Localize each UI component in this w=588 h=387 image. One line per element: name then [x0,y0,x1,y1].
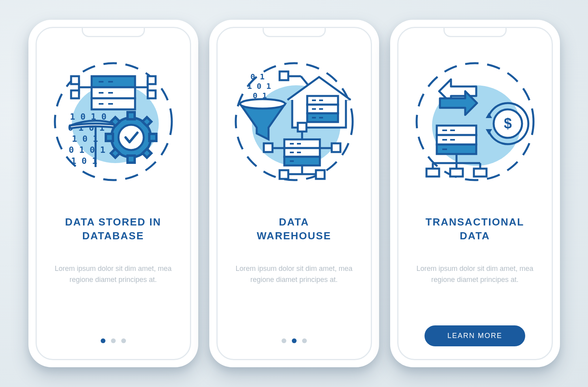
svg-rect-4 [92,98,135,109]
screen-body: Lorem ipsum dolor sit dim amet, mea regi… [54,263,173,286]
learn-more-button[interactable]: LEARN MORE [425,325,525,346]
phone-mockup-2: 0 11 0 10 1 [209,20,379,367]
svg-text:1 0 1: 1 0 1 [247,81,271,91]
svg-text:1 0 1: 1 0 1 [71,156,97,166]
svg-rect-27 [128,156,135,163]
pager-dot-3[interactable] [302,338,307,343]
pager-dot-3[interactable] [121,338,126,343]
screen-title: DATA STORED IN DATABASE [65,215,162,243]
phone-notch [82,27,145,37]
svg-rect-3 [92,87,135,98]
phone-mockup-1: 1 0 1 00 1 0 1 1 0 10 1 0 1 1 0 1 [28,20,198,367]
screen-body: Lorem ipsum dolor sit dim amet, mea regi… [416,263,534,286]
svg-rect-86 [426,169,439,177]
database-mining-gear-icon: 1 0 1 00 1 0 1 1 0 10 1 0 1 1 0 1 [48,56,178,187]
svg-rect-53 [284,139,320,148]
svg-rect-14 [71,90,79,98]
svg-rect-62 [264,143,272,152]
svg-text:$: $ [503,115,511,132]
svg-text:0 1: 0 1 [250,72,265,81]
svg-text:1 0 1: 1 0 1 [72,134,98,144]
page-indicator [101,338,126,343]
phone-notch [443,27,507,37]
pager-dot-1[interactable] [282,338,286,343]
svg-rect-68 [316,170,325,179]
svg-text:0 1 0 1: 0 1 0 1 [69,145,105,155]
pager-dot-2[interactable] [292,338,297,343]
pager-dot-1[interactable] [101,338,105,343]
svg-rect-54 [284,148,320,157]
svg-rect-88 [474,169,487,177]
onboarding-screen-2: 0 11 0 10 1 [216,27,372,360]
svg-rect-28 [106,134,113,141]
svg-rect-67 [280,170,288,179]
svg-rect-26 [128,112,135,119]
svg-rect-70 [298,123,306,132]
pager-dot-2[interactable] [111,338,116,343]
svg-rect-2 [92,76,135,87]
screen-title: DATA WAREHOUSE [257,215,331,243]
svg-rect-17 [148,76,156,84]
onboarding-screen-1: 1 0 1 00 1 0 1 1 0 10 1 0 1 1 0 1 [36,27,191,360]
onboarding-phones-row: 1 0 1 00 1 0 1 1 0 10 1 0 1 1 0 1 [28,4,560,383]
page-indicator [282,338,307,343]
svg-line-48 [301,76,308,85]
data-warehouse-funnel-icon: 0 11 0 10 1 [229,56,359,187]
svg-rect-87 [450,169,463,177]
svg-rect-64 [332,143,340,152]
svg-rect-18 [148,90,156,98]
phone-mockup-3: $ TRANSACTIONAL DATA Lorem ipsum dolor s… [390,20,560,367]
svg-rect-29 [149,134,156,141]
onboarding-screen-3: $ TRANSACTIONAL DATA Lorem ipsum dolor s… [397,27,553,360]
svg-point-52 [240,99,285,109]
svg-rect-13 [71,76,79,84]
svg-point-34 [118,125,144,150]
svg-rect-46 [280,71,288,80]
phone-notch [263,27,326,37]
screen-title: TRANSACTIONAL DATA [426,215,524,243]
transactional-data-exchange-icon: $ [410,56,540,187]
screen-body: Lorem ipsum dolor sit dim amet, mea regi… [235,263,353,286]
svg-rect-55 [284,157,320,165]
